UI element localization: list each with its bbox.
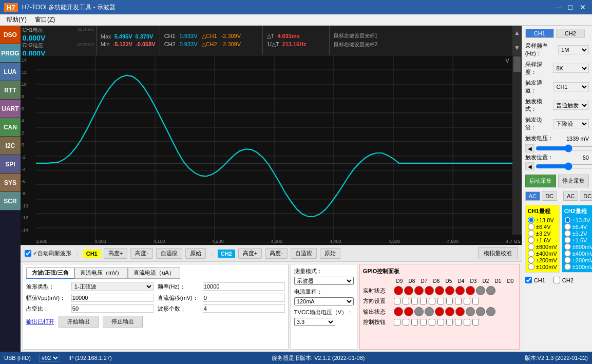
- trigger-mode-select[interactable]: 普通触发自动触发单次触发: [553, 101, 589, 110]
- sidebar-item-uart[interactable]: UART: [0, 100, 21, 118]
- vertical-scrollbar[interactable]: [512, 55, 522, 235]
- sidebar-item-i2c[interactable]: I2C: [0, 137, 21, 155]
- ch2-height-minus[interactable]: 高度-: [265, 248, 288, 259]
- ch2-range-6v4[interactable]: ±6.4V: [564, 223, 592, 230]
- ch1-original[interactable]: 原始: [185, 248, 206, 259]
- measure-mode-select[interactable]: 示波器 万用表: [294, 277, 354, 285]
- ch2-range-1v6[interactable]: ±1.6V: [564, 237, 592, 243]
- scroll-up-button[interactable]: ▲: [512, 26, 522, 41]
- trigger-v-slider[interactable]: [536, 144, 592, 152]
- trigger-pos-slider[interactable]: [536, 162, 592, 170]
- trigger-v-left-button[interactable]: ◀: [525, 144, 534, 152]
- ch1-range-400mv[interactable]: ±400mV: [528, 250, 557, 257]
- output-link[interactable]: 输出已打开: [26, 318, 54, 325]
- ch1-range-13v8[interactable]: ±13.8V: [528, 217, 557, 223]
- sidebar-item-scr[interactable]: SCR: [0, 192, 21, 210]
- sidebar-item-can[interactable]: CAN: [0, 118, 21, 137]
- duty-input[interactable]: [71, 304, 154, 313]
- sidebar-item-prog[interactable]: PROG: [0, 44, 21, 63]
- ch1-adaptive[interactable]: 自适应: [156, 248, 182, 259]
- realtime-label: 实时状态: [363, 287, 394, 295]
- ch2-range-800mv[interactable]: ±800mV: [564, 243, 592, 250]
- ch1-range-200mv[interactable]: ±200mV: [528, 257, 557, 263]
- auto-refresh-checkbox[interactable]: ✓自动刷新波形: [25, 250, 71, 257]
- tvcc-output-select[interactable]: 3.3 5.0 1.8: [294, 318, 335, 326]
- ch2-ac-button[interactable]: AC: [563, 191, 578, 201]
- ch2-adaptive[interactable]: 自适应: [291, 248, 317, 259]
- stop-output-button[interactable]: 停止输出: [103, 316, 143, 328]
- start-output-button[interactable]: 开始输出: [59, 316, 99, 328]
- waveform-svg: [36, 55, 512, 245]
- stop-capture-button[interactable]: 停止采集: [558, 175, 589, 187]
- ch1-dc-button[interactable]: DC: [542, 191, 557, 201]
- action-buttons: 启动采集 停止采集: [525, 175, 589, 187]
- current-range-select[interactable]: 120mA 1200mA: [294, 297, 354, 305]
- ch2-checkbox-label[interactable]: CH2: [553, 277, 574, 283]
- menu-help[interactable]: 帮助(Y): [2, 14, 31, 25]
- trigger-pos-left-button[interactable]: ◀: [525, 162, 534, 170]
- minimize-button[interactable]: —: [553, 3, 563, 12]
- trigger-ch-select[interactable]: CH1CH2: [553, 82, 589, 91]
- ch-checkboxes: CH1 CH2: [525, 277, 589, 283]
- tab-square-wave[interactable]: 方波/正弦/三角: [26, 267, 74, 279]
- ch1-height-minus[interactable]: 高度-: [130, 248, 153, 259]
- ch2-range-200mv[interactable]: ±200mV: [564, 257, 592, 263]
- ch1-checkbox-label[interactable]: CH1: [525, 277, 545, 283]
- menu-window[interactable]: 窗口(Z): [31, 14, 59, 25]
- trigger-mode-row: 触发模式： 普通触发自动触发单次触发: [525, 98, 589, 113]
- coupling-controls: AC DC AC DC: [525, 191, 589, 201]
- sidebar-item-lua[interactable]: LUA: [0, 63, 21, 81]
- ch2-dc-button[interactable]: DC: [580, 191, 592, 201]
- ch2-height-plus[interactable]: 高度+: [238, 248, 262, 259]
- wave-type-select[interactable]: 1-正弦波 2-方波 3-三角波: [71, 282, 154, 291]
- ch1-range-100mv[interactable]: ±100mV: [528, 263, 557, 270]
- ch2-range-100mv[interactable]: ±100mV: [564, 263, 592, 270]
- tab-ch2[interactable]: CH2: [556, 29, 585, 38]
- info-top-bar: CH1电压 32769.6 0.000V CH2电压 32763.0 0.000…: [21, 26, 522, 55]
- analog-calibrate-button[interactable]: 模拟量校准: [478, 247, 518, 259]
- scroll-down-button[interactable]: ▼: [512, 41, 522, 55]
- sample-rate-select[interactable]: 1M2M500K: [558, 45, 589, 54]
- ch2-range-400mv[interactable]: ±400mV: [564, 250, 592, 257]
- center-area: CH1电压 32769.6 0.000V CH2电压 32763.0 0.000…: [21, 26, 522, 352]
- wave-count-input[interactable]: [203, 304, 285, 313]
- close-button[interactable]: ✕: [578, 3, 588, 12]
- start-capture-button[interactable]: 启动采集: [525, 175, 556, 187]
- sidebar-item-spi[interactable]: SPI: [0, 155, 21, 174]
- amp-input[interactable]: [71, 294, 154, 302]
- ch1-voltage-display: CH1电压 32769.6 0.000V: [23, 27, 94, 42]
- ch2-range-13v8[interactable]: ±13.8V: [564, 217, 592, 223]
- ch2-range-section: CH2量程 ±13.8V ±6.4V ±3.2V ±1.6V ±800mV ±4…: [562, 205, 592, 273]
- measure-mode-label: 测量模式：: [294, 267, 354, 275]
- maximize-button[interactable]: □: [565, 3, 576, 12]
- sample-depth-select[interactable]: 8K16K4K: [553, 64, 589, 73]
- device-id-select[interactable]: #92: [39, 354, 60, 362]
- ch1-range-6v4[interactable]: ±6.4V: [528, 223, 557, 230]
- sidebar-item-sys[interactable]: SYS: [0, 174, 21, 192]
- tab-ch1[interactable]: CH1: [525, 29, 554, 38]
- current-range-label: 电流量程：: [294, 288, 354, 296]
- freq-input[interactable]: [203, 282, 285, 291]
- control-checkboxes: [394, 319, 479, 325]
- server-notice: 服务器是旧版本: V2.1.2 (2022-01-08): [272, 354, 365, 362]
- ch2-range-3v2[interactable]: ±3.2V: [564, 230, 592, 237]
- ch1-coupling: AC DC: [525, 191, 557, 201]
- trigger-edge-select[interactable]: 下降沿上升沿: [553, 119, 589, 128]
- ch2-label: CH2: [218, 250, 235, 258]
- ch1-range-800mv[interactable]: ±800mV: [528, 243, 557, 250]
- sample-rate-row: 采样频率(Hz)： 1M2M500K: [525, 42, 589, 58]
- tab-dc-current[interactable]: 直流电流（uA）: [128, 267, 180, 279]
- ch2-range-title: CH2量程: [564, 207, 592, 215]
- sidebar-item-rtt[interactable]: RTT: [0, 81, 21, 100]
- sidebar-item-dso[interactable]: DSO: [0, 26, 21, 44]
- dc-offset-input[interactable]: [203, 294, 285, 302]
- wave-count-label: 波形个数：: [158, 305, 199, 313]
- ch1-height-plus[interactable]: 高度+: [104, 248, 127, 259]
- tab-dc-voltage[interactable]: 直流电压（mV）: [74, 267, 128, 279]
- ch1-ac-button[interactable]: AC: [525, 191, 540, 201]
- trigger-pos-slider-row: ◀ ▶: [525, 162, 589, 170]
- ch1-range-1v6[interactable]: ±1.6V: [528, 237, 557, 243]
- scrollbar-thumb[interactable]: [513, 56, 521, 72]
- ch1-range-3v2[interactable]: ±3.2V: [528, 230, 557, 237]
- ch2-original[interactable]: 原始: [320, 248, 340, 259]
